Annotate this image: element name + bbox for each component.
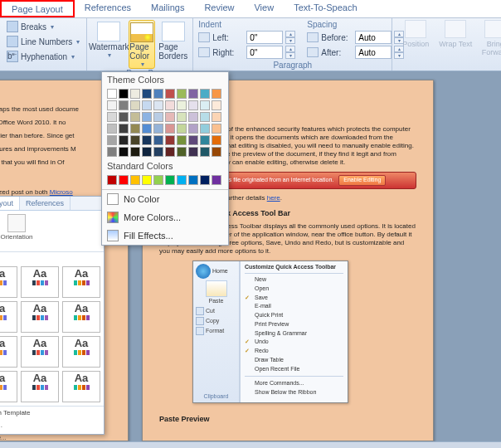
theme-thumbnail[interactable]: Aa — [0, 266, 17, 298]
theme-thumbnail[interactable]: Aa — [21, 371, 59, 402]
color-swatch[interactable] — [153, 135, 163, 145]
enable-editing-button[interactable]: Enable Editing — [338, 175, 386, 186]
indent-right-input[interactable] — [246, 46, 283, 59]
color-swatch[interactable] — [142, 89, 152, 99]
color-swatch[interactable] — [165, 175, 175, 185]
tp-orientation-button[interactable]: Orientation — [2, 214, 31, 241]
qat-menu-item[interactable]: Open Recent File — [245, 365, 343, 374]
theme-thumbnail[interactable]: Aa — [62, 301, 100, 333]
color-swatch[interactable] — [130, 100, 140, 110]
color-swatch[interactable] — [142, 147, 152, 157]
theme-thumbnail[interactable]: Aa — [0, 371, 17, 402]
tp-tab-references[interactable]: References — [20, 197, 71, 210]
color-swatch[interactable] — [119, 135, 129, 145]
color-swatch[interactable] — [177, 147, 187, 157]
color-swatch[interactable] — [119, 124, 129, 134]
watermark-button[interactable]: Watermark▾ — [92, 20, 125, 59]
color-swatch[interactable] — [177, 175, 187, 185]
color-swatch[interactable] — [130, 135, 140, 145]
color-swatch[interactable] — [188, 100, 198, 110]
color-swatch[interactable] — [188, 135, 198, 145]
tab-mailings[interactable]: Mailings — [141, 0, 194, 17]
color-swatch[interactable] — [153, 124, 163, 134]
indent-left-spinner[interactable]: ▴▾ — [285, 31, 295, 44]
qat-menu-item[interactable]: Spelling & Grammar — [245, 329, 343, 338]
color-swatch[interactable] — [153, 100, 163, 110]
color-swatch[interactable] — [165, 89, 175, 99]
color-swatch[interactable] — [142, 135, 152, 145]
color-swatch[interactable] — [177, 124, 187, 134]
color-swatch[interactable] — [142, 112, 152, 122]
color-swatch[interactable] — [119, 89, 129, 99]
qat-menu-item[interactable]: Print Preview — [245, 320, 343, 329]
link-microsoft[interactable]: Microso — [50, 188, 73, 196]
qat-menu-item[interactable]: Draw Table — [245, 356, 343, 365]
qat-show-below[interactable]: Show Below the Ribbon — [245, 388, 343, 397]
indent-left-input[interactable] — [246, 31, 283, 44]
theme-thumbnail[interactable]: Aa — [21, 266, 59, 298]
color-swatch[interactable] — [177, 89, 187, 99]
browse-themes[interactable]: Browse for Themes... — [0, 419, 104, 431]
color-swatch[interactable] — [212, 147, 221, 157]
color-swatch[interactable] — [107, 147, 117, 157]
color-swatch[interactable] — [107, 89, 117, 99]
qat-menu-item[interactable]: Redo — [245, 347, 343, 356]
color-swatch[interactable] — [119, 175, 129, 185]
color-swatch[interactable] — [130, 89, 140, 99]
no-color-item[interactable]: No Color — [102, 190, 228, 208]
qat-menu-item[interactable]: New — [245, 275, 343, 285]
color-swatch[interactable] — [200, 147, 210, 157]
color-swatch[interactable] — [188, 147, 198, 157]
color-swatch[interactable] — [200, 89, 210, 99]
color-swatch[interactable] — [130, 147, 140, 157]
line-numbers-button[interactable]: Line Numbers▾ — [5, 35, 81, 48]
color-swatch[interactable] — [130, 112, 140, 122]
theme-thumbnail[interactable]: Aa — [21, 336, 59, 368]
qat-menu-item[interactable]: Save — [245, 294, 343, 303]
qat-more-commands[interactable]: More Commands... — [245, 379, 343, 388]
page-color-button[interactable]: Page Color▾ — [129, 20, 155, 69]
tab-review[interactable]: Review — [194, 0, 244, 17]
color-swatch[interactable] — [212, 135, 221, 145]
reset-theme[interactable]: Reset to Theme from Template — [0, 407, 104, 419]
color-swatch[interactable] — [107, 112, 117, 122]
save-theme[interactable]: Save Current Theme... — [0, 431, 104, 444]
more-colors-item[interactable]: More Colors... — [102, 208, 228, 226]
color-swatch[interactable] — [119, 112, 129, 122]
link-here[interactable]: here — [267, 194, 280, 202]
color-swatch[interactable] — [200, 124, 210, 134]
color-swatch[interactable] — [107, 175, 117, 185]
color-swatch[interactable] — [165, 147, 175, 157]
color-swatch[interactable] — [165, 100, 175, 110]
color-swatch[interactable] — [200, 175, 210, 185]
theme-thumbnail[interactable]: Aa — [21, 301, 59, 333]
color-swatch[interactable] — [153, 147, 163, 157]
color-swatch[interactable] — [142, 175, 152, 185]
tab-references[interactable]: References — [75, 0, 141, 17]
color-swatch[interactable] — [130, 124, 140, 134]
spacing-before-input[interactable] — [355, 31, 392, 44]
color-swatch[interactable] — [153, 112, 163, 122]
theme-thumbnail[interactable]: Aa — [0, 336, 17, 368]
color-swatch[interactable] — [153, 89, 163, 99]
color-swatch[interactable] — [188, 89, 198, 99]
color-swatch[interactable] — [212, 89, 221, 99]
color-swatch[interactable] — [119, 147, 129, 157]
color-swatch[interactable] — [142, 124, 152, 134]
theme-thumbnail[interactable]: Aa — [0, 301, 17, 333]
qat-menu-item[interactable]: Undo — [245, 338, 343, 347]
color-swatch[interactable] — [200, 100, 210, 110]
color-swatch[interactable] — [153, 175, 163, 185]
theme-thumbnail[interactable]: Aa — [62, 266, 100, 298]
indent-right-spinner[interactable]: ▴▾ — [285, 46, 295, 59]
color-swatch[interactable] — [188, 112, 198, 122]
hyphenation-button[interactable]: be-Hyphenation▾ — [5, 50, 76, 63]
color-swatch[interactable] — [119, 100, 129, 110]
breaks-button[interactable]: Breaks▾ — [5, 20, 56, 33]
qat-menu-item[interactable]: E-mail — [245, 302, 343, 311]
color-swatch[interactable] — [165, 135, 175, 145]
color-swatch[interactable] — [142, 100, 152, 110]
tab-tts[interactable]: Text-To-Speach — [284, 0, 367, 17]
color-swatch[interactable] — [212, 175, 221, 185]
color-swatch[interactable] — [188, 175, 198, 185]
